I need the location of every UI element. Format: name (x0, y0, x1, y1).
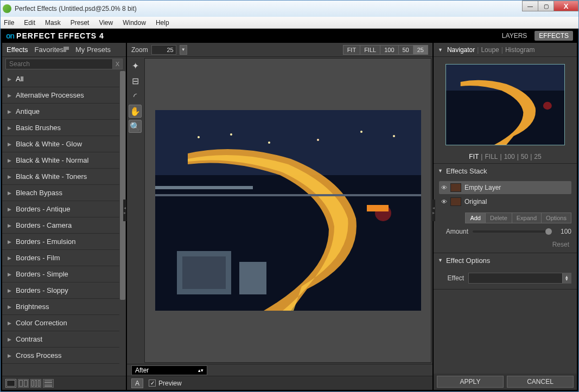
zoom-fill-button[interactable]: FILL (360, 45, 380, 55)
zoom-50-button[interactable]: 50 (398, 45, 413, 55)
zoom-fit-button[interactable]: FIT (343, 45, 361, 55)
nav-zoom-fill-button[interactable]: FILL (485, 153, 498, 160)
left-divider-handle[interactable]: ◂▸ (123, 200, 126, 221)
menu-view[interactable]: View (99, 19, 113, 27)
category-cross-process[interactable]: ▶Cross Process (2, 348, 119, 364)
zoom-100-button[interactable]: 100 (380, 45, 398, 55)
svg-rect-6 (239, 262, 266, 294)
brush-tool-icon[interactable]: ✦ (129, 59, 142, 72)
right-divider-handle[interactable]: ◂▸ (432, 200, 435, 221)
category-bleach-bypass[interactable]: ▶Bleach Bypass (2, 185, 119, 201)
canvas-panel: Zoom 25 ▼ FITFILL1005025 ◂▸ ✦ ⊟ ◜ ✋ 🔍 (127, 43, 432, 390)
brand-bar: on PERFECT EFFECTS 4 LAYERS EFFECTS (1, 29, 578, 43)
hand-tool-icon[interactable]: ✋ (129, 105, 142, 118)
close-button[interactable]: X (553, 1, 578, 11)
flag-icon (63, 47, 69, 52)
subtab-my-presets[interactable]: My Presets (75, 46, 111, 54)
right-panel: ▼ Navigator | Loupe | Histogram FIT | FI… (432, 43, 577, 390)
visibility-icon[interactable]: 👁 (441, 184, 447, 191)
tab-navigator[interactable]: Navigator (447, 46, 475, 54)
minimize-button[interactable]: — (522, 1, 538, 11)
menu-window[interactable]: Window (123, 19, 146, 27)
category-basic-brushes[interactable]: ▶Basic Brushes (2, 120, 119, 136)
stack-expand-button[interactable]: Expand (512, 213, 542, 223)
stack-add-button[interactable]: Add (465, 213, 486, 223)
tab-layers[interactable]: LAYERS (498, 31, 531, 41)
adjust-tool-icon[interactable]: ⊟ (129, 74, 142, 87)
tab-effects[interactable]: EFFECTS (535, 31, 573, 41)
stack-options-button[interactable]: Options (541, 213, 571, 223)
apply-button[interactable]: APPLY (437, 376, 504, 388)
category-alternative-processes[interactable]: ▶Alternative Processes (2, 87, 119, 104)
effects-stack-header[interactable]: ▼Effects Stack (434, 164, 577, 178)
zoom-dropdown[interactable]: ▼ (180, 45, 187, 55)
compare-a-button[interactable]: A (131, 378, 143, 388)
svg-rect-14 (367, 205, 389, 211)
category-borders-simple[interactable]: ▶Borders - Simple (2, 266, 119, 282)
category-black-white-toners[interactable]: ▶Black & White - Toners (2, 169, 119, 185)
category-contrast[interactable]: ▶Contrast (2, 331, 119, 348)
amount-slider[interactable] (473, 230, 552, 233)
nav-zoom-100-button[interactable]: 100 (504, 153, 515, 160)
visibility-icon[interactable]: 👁 (441, 198, 447, 205)
amount-value: 100 (556, 228, 571, 235)
effects-panel: Effects Favorites My Presets X ▶All▶Alte… (2, 43, 127, 390)
category-borders-film[interactable]: ▶Borders - Film (2, 250, 119, 266)
view-mode-dropdown[interactable]: After▴▾ (131, 365, 207, 375)
layer-empty-layer[interactable]: 👁Empty Layer (439, 181, 571, 194)
layer-original[interactable]: 👁Original (439, 195, 571, 208)
view-three-button[interactable] (30, 379, 41, 388)
category-antique[interactable]: ▶Antique (2, 104, 119, 120)
zoom-tool-icon[interactable]: 🔍 (129, 120, 142, 133)
category-scrollbar[interactable] (119, 71, 126, 376)
category-borders-sloppy[interactable]: ▶Borders - Sloppy (2, 282, 119, 299)
menu-file[interactable]: File (4, 19, 14, 27)
category-borders-antique[interactable]: ▶Borders - Antique (2, 201, 119, 217)
preview-image (155, 110, 421, 311)
svg-point-11 (360, 131, 362, 133)
svg-rect-5 (182, 256, 226, 289)
category-black-white-normal[interactable]: ▶Black & White - Normal (2, 152, 119, 169)
nav-zoom-fit-button[interactable]: FIT (469, 153, 479, 160)
clear-search-button[interactable]: X (113, 59, 123, 69)
nav-zoom-25-button[interactable]: 25 (534, 153, 541, 160)
category-borders-camera[interactable]: ▶Borders - Camera (2, 217, 119, 234)
view-list-button[interactable] (43, 379, 54, 388)
subtab-effects[interactable]: Effects (7, 46, 28, 54)
category-borders-emulsion[interactable]: ▶Borders - Emulsion (2, 234, 119, 250)
view-two-button[interactable] (18, 379, 29, 388)
nav-zoom-50-button[interactable]: 50 (521, 153, 528, 160)
navigator-thumbnail[interactable] (446, 64, 565, 145)
menu-mask[interactable]: Mask (45, 19, 61, 27)
tab-loupe[interactable]: Loupe (481, 46, 499, 54)
menu-edit[interactable]: Edit (24, 19, 35, 27)
reset-button[interactable]: Reset (439, 240, 571, 249)
category-black-white-glow[interactable]: ▶Black & White - Glow (2, 136, 119, 152)
search-input[interactable] (5, 59, 113, 69)
eyedropper-tool-icon[interactable]: ◜ (129, 89, 142, 102)
navigator-collapse-icon[interactable]: ▼ (438, 47, 443, 53)
brand-title: PERFECT EFFECTS 4 (16, 31, 104, 40)
effect-options-header[interactable]: ▼Effect Options (434, 253, 577, 267)
zoom-25-button[interactable]: 25 (413, 45, 428, 55)
effect-label: Effect (439, 274, 464, 282)
cancel-button[interactable]: CANCEL (507, 376, 574, 388)
view-single-button[interactable] (5, 379, 16, 388)
category-all[interactable]: ▶All (2, 71, 119, 87)
effect-dropdown[interactable]: ▴▾ (468, 273, 571, 284)
amount-label: Amount (439, 228, 468, 235)
maximize-button[interactable]: ▢ (538, 1, 554, 11)
menu-preset[interactable]: Preset (71, 19, 90, 27)
menu-help[interactable]: Help (156, 19, 169, 27)
stack-delete-button[interactable]: Delete (485, 213, 512, 223)
brand-logo: on (6, 31, 14, 40)
subtab-favorites[interactable]: Favorites (35, 46, 69, 54)
toolbar: ✦ ⊟ ◜ ✋ 🔍 (127, 57, 143, 364)
category-brightness[interactable]: ▶Brightness (2, 299, 119, 315)
canvas[interactable]: ◂▸ (144, 58, 431, 363)
tab-histogram[interactable]: Histogram (505, 46, 535, 54)
preview-checkbox[interactable]: ✓Preview (149, 380, 182, 387)
svg-point-8 (230, 133, 232, 136)
category-color-correction[interactable]: ▶Color Correction (2, 315, 119, 331)
zoom-value[interactable]: 25 (151, 45, 176, 55)
